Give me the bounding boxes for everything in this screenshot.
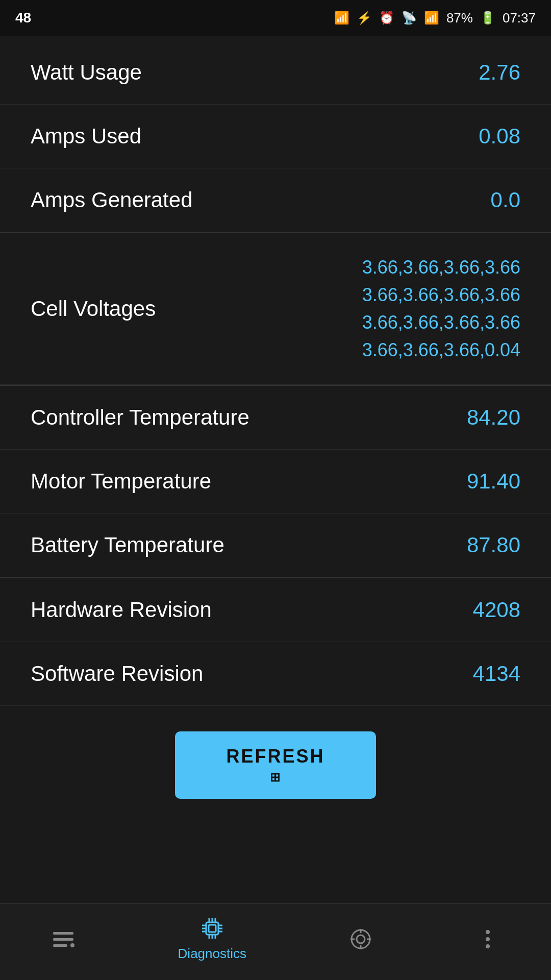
nav-item-menu[interactable] (51, 927, 76, 951)
alarm-icon: ⏰ (379, 11, 394, 25)
target-icon (348, 927, 373, 951)
watt-usage-label: Watt Usage (31, 60, 142, 85)
status-bar: 48 📶 ⚡ ⏰ 📡 📶 87% 🔋 07:37 (0, 0, 551, 36)
svg-point-3 (70, 943, 74, 947)
motor-temp-row: Motor Temperature 91.40 (0, 450, 551, 513)
menu-icon (51, 927, 76, 951)
watt-usage-value: 2.76 (479, 60, 520, 85)
main-content: Watt Usage 2.76 Amps Used 0.08 Amps Gene… (0, 36, 551, 824)
software-revision-value: 4134 (473, 662, 520, 686)
svg-point-19 (357, 935, 365, 943)
software-revision-row: Software Revision 4134 (0, 642, 551, 706)
software-revision-label: Software Revision (31, 662, 203, 686)
chip-icon (200, 916, 224, 941)
svg-rect-5 (209, 925, 216, 932)
svg-rect-1 (53, 938, 73, 941)
amps-generated-row: Amps Generated 0.0 (0, 168, 551, 232)
motor-temp-label: Motor Temperature (31, 469, 211, 494)
wifi-icon: 📡 (402, 11, 417, 25)
svg-rect-0 (53, 932, 73, 935)
bluetooth-icon: ⚡ (357, 11, 372, 25)
status-left-text: 48 (15, 10, 31, 26)
controller-temp-value: 84.20 (467, 405, 520, 430)
refresh-button-label: REFRESH (226, 746, 324, 767)
controller-temp-row: Controller Temperature 84.20 (0, 386, 551, 450)
battery-temp-value: 87.80 (467, 533, 520, 557)
hardware-revision-label: Hardware Revision (31, 598, 212, 622)
controller-temp-label: Controller Temperature (31, 405, 249, 430)
svg-point-26 (486, 944, 490, 948)
status-right-icons: 📶 ⚡ ⏰ 📡 📶 87% 🔋 07:37 (334, 10, 536, 26)
svg-point-25 (486, 937, 490, 941)
svg-point-24 (486, 930, 490, 934)
time-text: 07:37 (503, 10, 536, 26)
button-container: REFRESH ⊞ (0, 706, 551, 819)
hardware-revision-value: 4208 (473, 598, 520, 622)
hardware-revision-row: Hardware Revision 4208 (0, 578, 551, 642)
amps-generated-value: 0.0 (491, 188, 520, 212)
nav-item-diagnostics[interactable]: Diagnostics (178, 916, 246, 962)
cell-voltages-label: Cell Voltages (31, 297, 156, 321)
more-icon (475, 927, 500, 951)
battery-temp-label: Battery Temperature (31, 533, 224, 557)
motor-temp-value: 91.40 (467, 469, 520, 494)
watt-usage-row: Watt Usage 2.76 (0, 41, 551, 105)
refresh-sub-icon: ⊞ (270, 770, 282, 785)
cell-voltages-row: Cell Voltages 3.66,3.66,3.66,3.66 3.66,3… (0, 233, 551, 385)
cell-voltages-value: 3.66,3.66,3.66,3.66 3.66,3.66,3.66,3.66 … (362, 254, 520, 364)
amps-generated-label: Amps Generated (31, 188, 193, 212)
battery-temp-row: Battery Temperature 87.80 (0, 513, 551, 577)
battery-text: 87% (446, 10, 473, 26)
refresh-button[interactable]: REFRESH ⊞ (175, 731, 375, 799)
amps-used-row: Amps Used 0.08 (0, 105, 551, 168)
nav-item-location[interactable] (348, 927, 373, 951)
bottom-nav: Diagnostics (0, 903, 551, 980)
diagnostics-nav-label: Diagnostics (178, 946, 246, 962)
svg-rect-2 (53, 944, 67, 947)
signal-icon: 📶 (424, 11, 439, 25)
amps-used-value: 0.08 (479, 124, 520, 149)
battery-icon: 🔋 (480, 11, 495, 25)
nav-item-more[interactable] (475, 927, 500, 951)
amps-used-label: Amps Used (31, 124, 141, 149)
sim-icon: 📶 (334, 11, 349, 25)
